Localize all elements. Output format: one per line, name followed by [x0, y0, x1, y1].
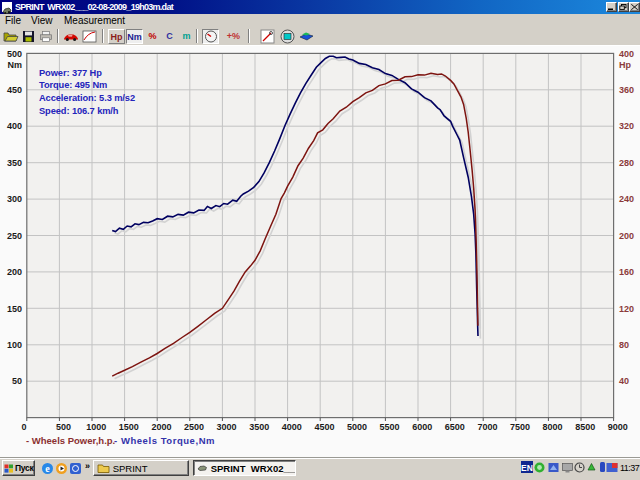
svg-text:4000: 4000 — [282, 422, 302, 432]
svg-text:2000: 2000 — [151, 422, 171, 432]
svg-text:200: 200 — [619, 231, 634, 241]
svg-text:160: 160 — [619, 267, 634, 277]
svg-text:8500: 8500 — [575, 422, 595, 432]
svg-text:5500: 5500 — [380, 422, 400, 432]
svg-text:2500: 2500 — [184, 422, 204, 432]
svg-text:200: 200 — [7, 267, 22, 277]
svg-text:3500: 3500 — [249, 422, 269, 432]
svg-text:8000: 8000 — [543, 422, 563, 432]
svg-text:100: 100 — [7, 340, 22, 350]
svg-text:500: 500 — [7, 49, 22, 59]
svg-text:Nm: Nm — [7, 60, 22, 70]
svg-text:300: 300 — [7, 194, 22, 204]
svg-text:Speed: 106.7 km/h: Speed: 106.7 km/h — [39, 106, 119, 116]
svg-text:Hp: Hp — [619, 60, 631, 70]
svg-text:4500: 4500 — [314, 422, 334, 432]
svg-text:240: 240 — [619, 194, 634, 204]
svg-text:250: 250 — [7, 231, 22, 241]
svg-text:1500: 1500 — [119, 422, 139, 432]
svg-text:3000: 3000 — [217, 422, 237, 432]
svg-text:6000: 6000 — [412, 422, 432, 432]
svg-text:400: 400 — [619, 49, 634, 59]
svg-text:Torque: 495 Nm: Torque: 495 Nm — [39, 80, 107, 90]
svg-text:7500: 7500 — [510, 422, 530, 432]
svg-text:5000: 5000 — [347, 422, 367, 432]
svg-text:500: 500 — [56, 422, 71, 432]
svg-text:Power: 377 Hp: Power: 377 Hp — [39, 68, 102, 78]
svg-text:350: 350 — [7, 158, 22, 168]
svg-text:50: 50 — [12, 376, 22, 386]
svg-text:120: 120 — [619, 304, 634, 314]
svg-text:- Wheels Power,h.p.: - Wheels Power,h.p. — [26, 435, 115, 446]
svg-text:Acceleration: 5.3 m/s2: Acceleration: 5.3 m/s2 — [39, 93, 135, 103]
svg-text:9000: 9000 — [608, 422, 628, 432]
svg-text:80: 80 — [619, 340, 629, 350]
svg-text:1000: 1000 — [86, 422, 106, 432]
svg-text:320: 320 — [619, 121, 634, 131]
svg-text:40: 40 — [619, 376, 629, 386]
svg-text:EN: EN — [521, 463, 533, 473]
svg-text:280: 280 — [619, 158, 634, 168]
svg-text:0: 0 — [21, 422, 26, 432]
svg-text:6500: 6500 — [445, 422, 465, 432]
svg-text:- Wheels Torque,Nm: - Wheels Torque,Nm — [114, 435, 215, 446]
svg-text:450: 450 — [7, 85, 22, 95]
svg-text:400: 400 — [7, 121, 22, 131]
svg-text:150: 150 — [7, 304, 22, 314]
svg-text:360: 360 — [619, 85, 634, 95]
svg-text:7000: 7000 — [477, 422, 497, 432]
